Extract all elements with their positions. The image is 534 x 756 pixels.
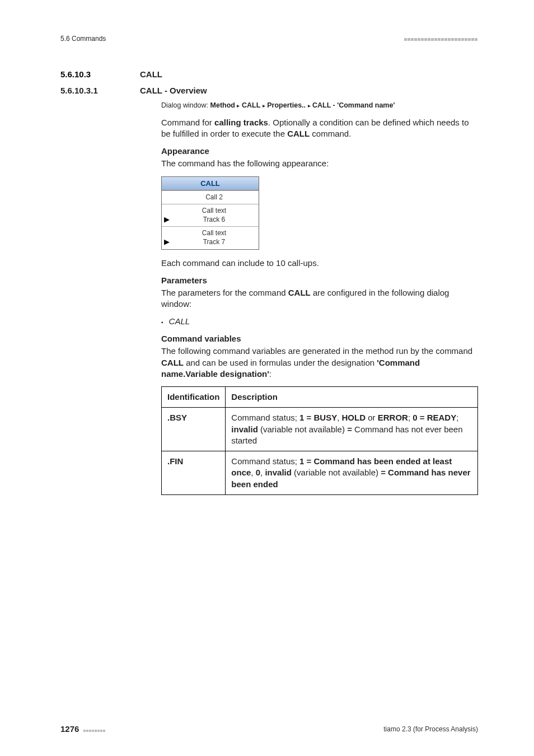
section-heading-call: 5.6.10.3 CALL [60,69,478,79]
appearance-lead: The command has the following appearance… [161,158,478,169]
header-ornament [404,35,478,43]
parameters-heading: Parameters [161,276,478,285]
appearance-note: Each command can include to 10 call-ups. [161,258,478,269]
section-number: 5.6.10.3.1 [60,86,140,95]
table-row: .FIN Command status; 1 = Command has bee… [162,451,478,495]
command-variables-lead: The following command variables are gene… [161,346,478,380]
section-number: 5.6.10.3 [60,69,140,79]
table-header-identification: Identification [162,387,226,408]
call-command-block: CALL Call 2 ▶ Call text Track 6 ▶ Call t… [161,176,259,250]
page-header: 5.6 Commands [60,35,478,43]
page-number: 1276 [60,724,79,734]
command-variables-heading: Command variables [161,334,478,343]
list-item: CALL [161,316,478,326]
play-icon: ▶ [164,215,170,225]
dialog-path-part: Method [210,101,235,109]
section-title: CALL - Overview [140,86,207,95]
dialog-path: Dialog window: Method ▸ CALL ▸ Propertie… [161,101,478,110]
page-footer: 1276 tiamo 2.3 (for Process Analysis) [60,724,478,734]
header-section-path: 5.6 Commands [60,35,106,43]
table-header-row: Identification Description [162,387,478,408]
dialog-path-part: CALL [242,101,260,109]
play-icon: ▶ [164,237,170,247]
command-variables-table: Identification Description .BSY Command … [161,386,478,495]
parameters-lead: The parameters for the command CALL are … [161,287,478,310]
appearance-heading: Appearance [161,146,478,156]
table-header-description: Description [226,387,478,408]
call-block-title: CALL [162,177,259,190]
chevron-right-icon: ▸ [263,102,265,109]
section-heading-call-overview: 5.6.10.3.1 CALL - Overview [60,86,478,95]
call-block-row: ▶ Call text Track 6 [162,204,259,226]
section-title: CALL [140,69,162,79]
call-block-row: ▶ Call text Track 7 [162,226,259,249]
cmdvar-description: Command status; 1 = BUSY, HOLD or ERROR;… [226,408,478,451]
footer-left: 1276 [60,724,106,734]
cmdvar-id: .BSY [162,408,226,451]
chevron-right-icon: ▸ [308,102,311,109]
footer-app-name: tiamo 2.3 (for Process Analysis) [383,725,478,733]
dialog-path-part: CALL - 'Command name' [312,101,395,109]
call-block-row: Call 2 [162,190,259,204]
dialog-path-part: Properties.. [267,101,306,109]
intro-paragraph: Command for calling tracks. Optionally a… [161,117,478,140]
content-body: Dialog window: Method ▸ CALL ▸ Propertie… [161,101,478,495]
dialog-path-label: Dialog window: [161,101,208,109]
chevron-right-icon: ▸ [237,102,240,109]
parameters-list: CALL [161,316,478,326]
cmdvar-id: .FIN [162,451,226,495]
table-row: .BSY Command status; 1 = BUSY, HOLD or E… [162,408,478,451]
footer-ornament [83,726,106,734]
cmdvar-description: Command status; 1 = Command has been end… [226,451,478,495]
